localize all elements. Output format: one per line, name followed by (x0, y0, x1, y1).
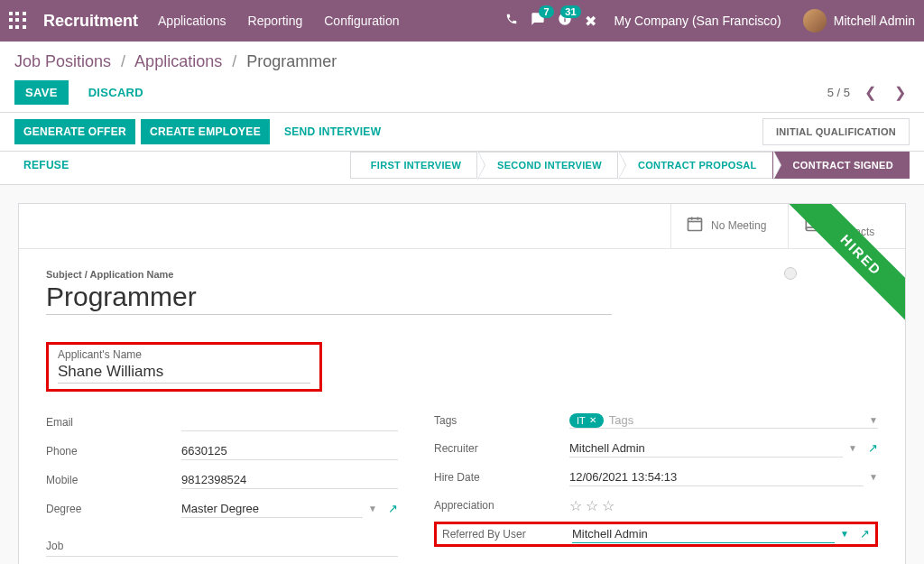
phone-input[interactable] (181, 442, 398, 460)
breadcrumb-applications[interactable]: Applications (134, 52, 222, 70)
user-menu[interactable]: Mitchell Admin (803, 9, 915, 32)
chevron-down-icon[interactable]: ▼ (368, 504, 377, 513)
settings-icon[interactable]: ✖ (585, 13, 596, 30)
activities-badge: 31 (560, 5, 580, 18)
tag-text: IT (577, 415, 586, 426)
pager: 5 / 5 ❮ ❯ (827, 80, 910, 105)
subject-label: Subject / Application Name (46, 269, 878, 280)
appreciation-stars: ☆ ☆ ☆ (569, 497, 614, 514)
save-button[interactable]: SAVE (14, 80, 69, 105)
recruiter-input[interactable] (569, 439, 843, 458)
pager-text: 5 / 5 (827, 86, 850, 99)
phone-icon[interactable] (505, 13, 518, 29)
discard-button[interactable]: DISCARD (78, 80, 154, 105)
referred-by-input[interactable] (572, 525, 835, 543)
stage-contract-signed[interactable]: CONTRACT SIGNED (772, 152, 910, 179)
mobile-input[interactable] (181, 471, 398, 489)
pager-prev-icon[interactable]: ❮ (861, 80, 880, 105)
stage-first-interview[interactable]: FIRST INTERVIEW (350, 152, 477, 179)
meeting-text: No Meeting (711, 219, 766, 232)
hire-date-label: Hire Date (434, 471, 569, 484)
menu-applications[interactable]: Applications (158, 14, 226, 28)
external-link-icon[interactable]: ↗ (860, 527, 870, 541)
second-status-row: REFUSE FIRST INTERVIEW SECOND INTERVIEW … (0, 152, 924, 185)
appreciation-label: Appreciation (434, 499, 569, 512)
sheet-background: No Meeting 0 Contracts HIRED Subject / A… (0, 185, 924, 564)
applicant-name-label: Applicant's Name (58, 348, 310, 361)
user-name: Mitchell Admin (834, 14, 915, 28)
send-interview-button[interactable]: SEND INTERVIEW (275, 119, 390, 144)
stage-contract-proposal[interactable]: CONTRACT PROPOSAL (617, 152, 773, 179)
svg-rect-0 (688, 218, 702, 230)
action-statusbar-row: GENERATE OFFER CREATE EMPLOYEE SEND INTE… (0, 113, 924, 152)
mobile-label: Mobile (46, 474, 181, 486)
breadcrumb-current: Programmer (246, 52, 337, 70)
kanban-state-dot[interactable] (784, 267, 797, 280)
left-group: Email Phone Mobile Degree (46, 408, 398, 564)
external-link-icon[interactable]: ↗ (388, 502, 398, 515)
tags-label: Tags (434, 414, 569, 427)
refuse-button[interactable]: REFUSE (14, 152, 78, 179)
create-employee-button[interactable]: CREATE EMPLOYEE (141, 119, 270, 144)
referred-by-highlight: Referred By User ▼ ↗ (434, 522, 878, 547)
job-section-title: Job (46, 540, 398, 557)
stage-initial-qualification[interactable]: INITIAL QUALIFICATION (762, 118, 910, 145)
navbar: Recruitment Applications Reporting Confi… (0, 0, 924, 42)
degree-input[interactable] (181, 500, 363, 518)
phone-label: Phone (46, 445, 181, 458)
menu-reporting[interactable]: Reporting (248, 14, 303, 28)
applicant-highlight: Applicant's Name (46, 342, 322, 392)
calendar-icon (686, 215, 704, 237)
meeting-stat-button[interactable]: No Meeting (670, 204, 788, 248)
control-panel: Job Positions / Applications / Programme… (0, 42, 924, 113)
subject-input[interactable] (46, 280, 612, 315)
external-link-icon[interactable]: ↗ (868, 441, 878, 455)
tag-chip: IT ✕ (569, 413, 604, 428)
star-icon[interactable]: ☆ (602, 497, 614, 514)
apps-icon[interactable] (9, 12, 27, 30)
activities-icon[interactable]: 31 (558, 12, 572, 30)
recruiter-label: Recruiter (434, 442, 569, 455)
applicant-name-input[interactable] (58, 361, 310, 384)
messages-badge: 7 (539, 5, 553, 18)
chevron-down-icon[interactable]: ▼ (840, 529, 849, 539)
button-box: No Meeting 0 Contracts (19, 204, 905, 249)
chevron-down-icon[interactable]: ▼ (848, 443, 857, 453)
form-sheet: No Meeting 0 Contracts HIRED Subject / A… (18, 203, 906, 564)
degree-label: Degree (46, 503, 181, 515)
menu-configuration[interactable]: Configuration (324, 14, 399, 28)
generate-offer-button[interactable]: GENERATE OFFER (14, 119, 135, 144)
pager-next-icon[interactable]: ❯ (891, 80, 910, 105)
chevron-down-icon[interactable]: ▼ (869, 472, 878, 482)
avatar (803, 9, 827, 32)
breadcrumb-job-positions[interactable]: Job Positions (14, 52, 111, 70)
messages-icon[interactable]: 7 (531, 12, 545, 30)
referred-by-label: Referred By User (442, 528, 572, 541)
brand-title[interactable]: Recruitment (43, 12, 138, 31)
right-group: Tags IT ✕ Tags ▼ Recruiter (434, 408, 878, 564)
stage-second-interview[interactable]: SECOND INTERVIEW (476, 152, 618, 179)
chevron-down-icon[interactable]: ▼ (869, 415, 878, 425)
tags-placeholder: Tags (609, 413, 633, 427)
star-icon[interactable]: ☆ (586, 497, 598, 514)
breadcrumb: Job Positions / Applications / Programme… (14, 52, 910, 71)
star-icon[interactable]: ☆ (569, 497, 582, 514)
hire-date-input[interactable] (569, 468, 864, 486)
email-input[interactable] (181, 413, 398, 431)
company-selector[interactable]: My Company (San Francisco) (614, 14, 781, 28)
close-icon[interactable]: ✕ (589, 415, 596, 425)
email-label: Email (46, 416, 181, 429)
